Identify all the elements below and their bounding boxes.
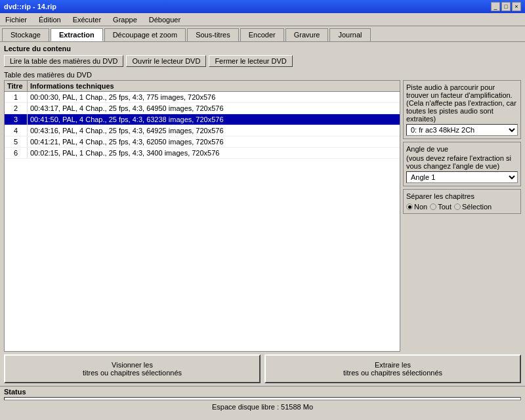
status-bar: Status Espace disque libre : 51588 Mo (0, 386, 525, 412)
row-num: 4 (5, 125, 28, 136)
audio-description: Piste audio à parcourir pour trouver un … (406, 83, 518, 123)
chapters-section: Séparer les chapitres Non Tout Sélection (403, 189, 521, 214)
progress-bar (4, 397, 521, 400)
lecture-label: Lecture du contenu (0, 42, 525, 54)
lecture-buttons: Lire la table des matières du DVD Ouvrir… (0, 54, 525, 70)
row-num: 5 (5, 136, 28, 147)
title-bar: dvd::rip - 14.rip _ □ × (0, 0, 525, 13)
tab-bar: Stockage Extraction Découpage et zoom So… (0, 26, 525, 42)
row-info: 00:00:30, PAL, 1 Chap., 25 fps, 4:3, 775… (28, 92, 400, 102)
table-section-label: Table des matières du DVD (0, 70, 525, 80)
fermer-lecteur-button[interactable]: Fermer le lecteur DVD (209, 55, 292, 67)
row-num: 3 (5, 114, 28, 125)
main-content: Lecture du contenu Lire la table des mat… (0, 42, 525, 386)
angle-section: Angle de vue (vous devez refaire l'extra… (403, 142, 521, 186)
bottom-buttons: Visionner les titres ou chapitres sélect… (0, 352, 525, 386)
row-info: 00:43:17, PAL, 4 Chap., 25 fps, 4:3, 649… (28, 103, 400, 114)
table-row[interactable]: 4 00:43:16, PAL, 4 Chap., 25 fps, 4:3, 6… (5, 125, 400, 136)
tab-sous-titres[interactable]: Sous-titres (187, 28, 239, 41)
chapter-option-tout[interactable]: Tout (430, 203, 452, 211)
row-num: 6 (5, 148, 28, 158)
table-row[interactable]: 1 00:00:30, PAL, 1 Chap., 25 fps, 4:3, 7… (5, 92, 400, 103)
radio-selection[interactable] (454, 203, 461, 210)
chapters-title: Séparer les chapitres (406, 192, 518, 200)
maximize-button[interactable]: □ (501, 2, 511, 11)
angle-dropdown[interactable]: Angle 1 (406, 171, 518, 183)
menu-grappe[interactable]: Grappe (110, 15, 140, 24)
tab-stockage[interactable]: Stockage (2, 28, 49, 41)
table-header: Titre Informations techniques (5, 81, 400, 92)
chapter-option-non[interactable]: Non (406, 203, 427, 211)
chapter-label-selection: Sélection (462, 203, 492, 211)
audio-section: Piste audio à parcourir pour trouver un … (403, 80, 521, 139)
close-button[interactable]: × (512, 2, 521, 11)
row-info: 00:41:50, PAL, 4 Chap., 25 fps, 4:3, 632… (28, 114, 400, 125)
col-titre-header: Titre (5, 81, 28, 91)
window-title: dvd::rip - 14.rip (4, 3, 56, 10)
row-num: 2 (5, 103, 28, 114)
chapters-options: Non Tout Sélection (406, 203, 518, 211)
menu-fichier[interactable]: Fichier (3, 15, 30, 24)
menu-executer[interactable]: Exécuter (70, 15, 104, 24)
disk-space-label: Espace disque libre : 51588 Mo (0, 402, 525, 412)
row-info: 00:43:16, PAL, 4 Chap., 25 fps, 4:3, 649… (28, 125, 400, 136)
tab-encoder[interactable]: Encoder (240, 28, 284, 41)
table-row[interactable]: 2 00:43:17, PAL, 4 Chap., 25 fps, 4:3, 6… (5, 103, 400, 114)
table-row[interactable]: 6 00:02:15, PAL, 1 Chap., 25 fps, 4:3, 3… (5, 148, 400, 159)
chapter-label-non: Non (414, 203, 427, 211)
ouvrir-lecteur-button[interactable]: Ouvrir le lecteur DVD (126, 55, 206, 67)
right-panel: Piste audio à parcourir pour trouver un … (403, 80, 521, 352)
table-row[interactable]: 5 00:41:21, PAL, 4 Chap., 25 fps, 4:3, 6… (5, 136, 400, 148)
audio-dropdown[interactable]: 0: fr ac3 48kHz 2Ch (406, 124, 518, 136)
menu-debuguer[interactable]: Déboguer (146, 15, 183, 24)
chapter-option-selection[interactable]: Sélection (454, 203, 492, 211)
menu-edition[interactable]: Édition (36, 15, 64, 24)
window-controls[interactable]: _ □ × (491, 2, 521, 11)
extraire-label: Extraire les titres ou chapitres sélecti… (343, 361, 442, 377)
tab-decoupage[interactable]: Découpage et zoom (104, 28, 186, 41)
lire-table-button[interactable]: Lire la table des matières du DVD (4, 55, 123, 67)
content-area: Titre Informations techniques 1 00:00:30… (0, 80, 525, 352)
row-info: 00:02:15, PAL, 1 Chap., 25 fps, 4:3, 340… (28, 148, 400, 158)
tab-extraction[interactable]: Extraction (51, 28, 103, 41)
row-num: 1 (5, 92, 28, 102)
status-label: Status (0, 387, 525, 397)
visionner-button[interactable]: Visionner les titres ou chapitres sélect… (4, 354, 261, 383)
menu-bar: Fichier Édition Exécuter Grappe Déboguer (0, 13, 525, 26)
angle-description: (vous devez refaire l'extraction si vous… (406, 154, 518, 170)
tab-gravure[interactable]: Gravure (285, 28, 329, 41)
radio-non[interactable] (406, 203, 413, 210)
visionner-label: Visionner les titres ou chapitres sélect… (83, 361, 182, 377)
chapter-label-tout: Tout (438, 203, 452, 211)
table-row-selected[interactable]: 3 00:41:50, PAL, 4 Chap., 25 fps, 4:3, 6… (5, 114, 400, 125)
extraire-button[interactable]: Extraire les titres ou chapitres sélecti… (264, 354, 521, 383)
tab-journal[interactable]: Journal (329, 28, 370, 41)
radio-tout[interactable] (430, 203, 436, 210)
angle-label: Angle de vue (406, 145, 518, 153)
dvd-table[interactable]: Titre Informations techniques 1 00:00:30… (4, 80, 400, 352)
minimize-button[interactable]: _ (491, 2, 500, 11)
col-info-header: Informations techniques (28, 81, 400, 91)
row-info: 00:41:21, PAL, 4 Chap., 25 fps, 4:3, 620… (28, 136, 400, 147)
